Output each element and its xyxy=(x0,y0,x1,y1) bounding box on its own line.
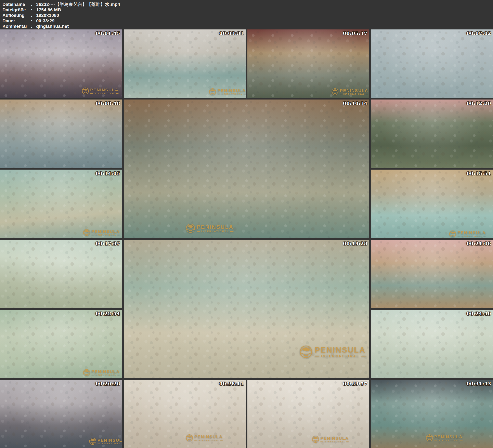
timestamp-label: 00:17:37 xyxy=(96,241,120,246)
watermark-subtext-row: INTERNATIONAL xyxy=(340,93,368,95)
watermark-subtext-row: INTERNATIONAL xyxy=(218,93,246,95)
watermark-text-block: PENINSULAINTERNATIONAL xyxy=(194,435,223,441)
watermark-subtext: INTERNATIONAL xyxy=(321,354,359,358)
globe-icon xyxy=(312,436,319,443)
meta-value: 1754.86 MB xyxy=(36,7,61,12)
watermark-text-block: PENINSULAINTERNATIONAL xyxy=(340,88,368,95)
watermark-text: PENINSULA xyxy=(218,88,246,93)
globe-icon xyxy=(299,345,313,358)
watermark-text-block: PENINSULAINTERNATIONAL xyxy=(90,88,118,94)
globe-icon xyxy=(449,230,456,238)
watermark-subtext-row: INTERNATIONAL xyxy=(90,92,118,94)
peninsula-watermark: PENINSULAINTERNATIONAL xyxy=(186,224,234,233)
watermark-line xyxy=(220,440,223,440)
watermark-line xyxy=(243,94,246,94)
watermark-text-block: PENINSULAINTERNATIONAL xyxy=(91,370,120,376)
globe-icon xyxy=(83,229,90,236)
watermark-text: PENINSULA xyxy=(98,438,122,443)
watermark-line xyxy=(483,236,486,236)
timestamp-label: 00:21:08 xyxy=(467,241,491,246)
watermark-subtext: INTERNATIONAL xyxy=(461,235,482,237)
watermark-subtext: INTERNATIONAL xyxy=(95,234,116,236)
thumbnail-00-24-40: 00:24:40 xyxy=(371,310,493,378)
video-contact-sheet: Dateiname:36232----【半岛束艺台】【落叶】水.mp4Datei… xyxy=(0,0,493,448)
meta-colon: : xyxy=(31,18,36,23)
thumbnail-00-12-20: 00:12:20 xyxy=(371,100,493,168)
meta-label: Dateigröße xyxy=(2,7,31,12)
watermark-line xyxy=(361,356,366,356)
peninsula-watermark: PENINSULAINTERNATIONAL xyxy=(186,434,223,441)
globe-icon xyxy=(186,434,193,441)
timestamp-label: 00:05:17 xyxy=(343,31,368,36)
watermark-text-block: PENINSULAINTERNATIONAL xyxy=(315,346,366,358)
watermark-line xyxy=(315,356,319,356)
watermark-text: PENINSULA xyxy=(458,231,486,235)
meta-row-4: Kommentar:qinglanhua.net xyxy=(2,23,493,29)
globe-icon xyxy=(331,88,339,95)
peninsula-watermark: PENINSULAINTERNATIONAL xyxy=(89,438,122,445)
timestamp-label: 00:19:23 xyxy=(343,241,368,246)
thumbnail-00-10-34: 00:10:34PENINSULAINTERNATIONAL xyxy=(124,100,370,238)
meta-label: Dauer xyxy=(2,18,31,23)
meta-label: Dateiname xyxy=(2,2,31,7)
meta-label: Kommentar xyxy=(2,23,31,29)
watermark-line xyxy=(117,375,120,375)
watermark-line xyxy=(197,231,200,232)
meta-colon: : xyxy=(31,23,36,29)
meta-value: qinglanhua.net xyxy=(36,24,69,29)
peninsula-watermark: PENINSULAINTERNATIONAL xyxy=(312,436,348,443)
watermark-line xyxy=(98,444,100,444)
peninsula-watermark: PENINSULAINTERNATIONAL xyxy=(299,345,366,358)
globe-icon xyxy=(209,88,216,95)
watermark-text-block: PENINSULAINTERNATIONAL xyxy=(320,436,348,443)
watermark-subtext-row: INTERNATIONAL xyxy=(320,441,348,443)
thumbnail-00-19-23: 00:19:23PENINSULAINTERNATIONAL xyxy=(124,240,370,378)
watermark-text-block: PENINSULAINTERNATIONAL xyxy=(98,438,122,445)
meta-colon: : xyxy=(31,7,36,12)
watermark-line xyxy=(230,231,234,232)
globe-icon xyxy=(426,434,433,441)
watermark-text: PENINSULA xyxy=(197,224,234,230)
peninsula-watermark: PENINSULAINTERNATIONAL xyxy=(449,230,486,238)
watermark-text-block: PENINSULAINTERNATIONAL xyxy=(197,224,234,233)
watermark-text-block: PENINSULAINTERNATIONAL xyxy=(91,229,120,236)
peninsula-watermark: PENINSULAINTERNATIONAL xyxy=(331,88,368,95)
thumbnail-00-08-48: 00:08:48 xyxy=(0,100,122,168)
watermark-subtext-row: INTERNATIONAL xyxy=(315,354,366,358)
watermark-line xyxy=(90,93,93,94)
watermark-line xyxy=(91,235,94,235)
peninsula-watermark: PENINSULAINTERNATIONAL xyxy=(82,87,118,95)
meta-value: 00:33:29 xyxy=(36,18,55,23)
watermark-text-block: PENINSULAINTERNATIONAL xyxy=(434,435,462,441)
watermark-line xyxy=(194,440,197,440)
meta-row-1: Dateigröße:1754.86 MB xyxy=(2,7,493,12)
timestamp-label: 00:24:40 xyxy=(467,311,491,316)
meta-value: 1920x1080 xyxy=(36,13,59,18)
watermark-subtext: INTERNATIONAL xyxy=(198,439,219,441)
watermark-subtext-row: INTERNATIONAL xyxy=(458,235,486,237)
watermark-line xyxy=(460,440,462,440)
timestamp-label: 00:22:54 xyxy=(96,311,120,316)
peninsula-watermark: PENINSULAINTERNATIONAL xyxy=(426,434,462,441)
thumbnail-00-07-02: 00:07:02 xyxy=(371,29,493,98)
watermark-text: PENINSULA xyxy=(320,436,348,440)
thumbnail-00-26-26: 00:26:26PENINSULAINTERNATIONAL xyxy=(0,380,122,448)
timestamp-label: 00:07:02 xyxy=(467,31,491,36)
meta-colon: : xyxy=(31,12,36,18)
watermark-text-block: PENINSULAINTERNATIONAL xyxy=(218,88,246,95)
watermark-subtext-row: INTERNATIONAL xyxy=(91,374,120,376)
timestamp-label: 00:10:34 xyxy=(343,101,368,106)
meta-value: 36232----【半岛束艺台】【落叶】水.mp4 xyxy=(36,2,120,7)
timestamp-label: 00:12:20 xyxy=(467,101,491,106)
thumbnail-00-22-54: 00:22:54PENINSULAINTERNATIONAL xyxy=(0,310,122,378)
peninsula-watermark: PENINSULAINTERNATIONAL xyxy=(83,369,120,376)
globe-icon xyxy=(89,438,96,445)
thumbnail-00-14-05: 00:14:05PENINSULAINTERNATIONAL xyxy=(0,169,122,238)
meta-row-0: Dateiname:36232----【半岛束艺台】【落叶】水.mp4 xyxy=(2,2,493,7)
watermark-subtext-row: INTERNATIONAL xyxy=(194,439,223,441)
meta-label: Auflösung xyxy=(2,12,31,18)
watermark-line xyxy=(116,93,118,94)
watermark-subtext-row: INTERNATIONAL xyxy=(91,234,120,236)
thumbnail-00-28-11: 00:28:11PENINSULAINTERNATIONAL xyxy=(124,380,246,448)
watermark-text: PENINSULA xyxy=(194,435,223,439)
